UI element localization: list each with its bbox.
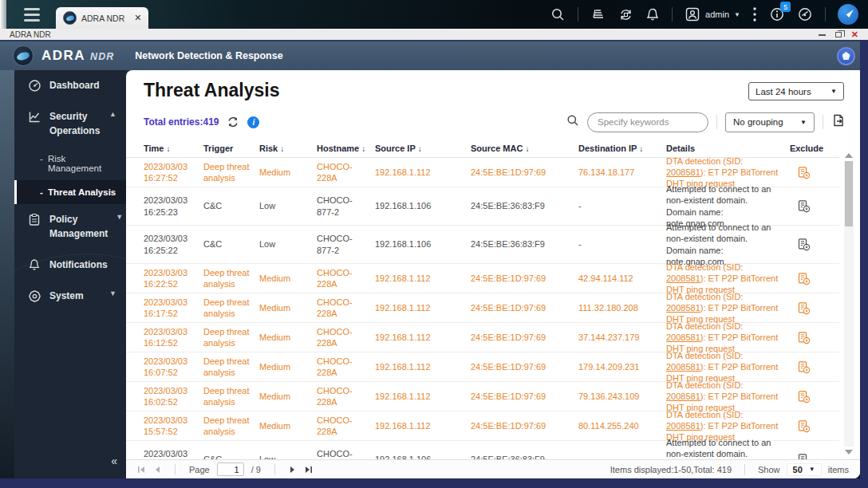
search-icon[interactable] — [550, 7, 566, 22]
notifications-bell-icon[interactable] — [645, 7, 660, 22]
user-menu[interactable]: admin ▼ — [685, 6, 740, 22]
tab-label: ADRA NDR — [81, 14, 124, 23]
export-icon[interactable] — [831, 113, 846, 131]
column-header-hostname[interactable]: Hostname↓ — [317, 144, 375, 153]
table-row[interactable]: 2023/03/0316:22:52 Deep threat analysis … — [126, 264, 839, 293]
page-input[interactable] — [217, 462, 244, 476]
table-row[interactable]: 2023/03/0316:02:52 Deep threat analysis … — [126, 382, 839, 411]
cell-time: 2023/03/0315:55:22 — [144, 448, 203, 459]
page-size-select[interactable]: 50 ▼ — [787, 463, 822, 476]
exclude-button[interactable] — [786, 453, 827, 459]
column-header-source-mac[interactable]: Source MAC↓ — [471, 144, 578, 153]
sync-status-icon[interactable] — [618, 7, 633, 22]
minimize-button[interactable] — [819, 34, 826, 36]
notification-count-badge: 5 — [780, 2, 791, 12]
scroll-up-icon[interactable] — [845, 153, 853, 158]
info-circle-icon[interactable]: i — [247, 116, 259, 128]
exclude-button[interactable] — [786, 390, 827, 403]
kebab-menu-icon[interactable] — [752, 6, 757, 22]
exclude-button[interactable] — [786, 166, 827, 179]
qnap-launcher-icon[interactable] — [838, 4, 858, 25]
scrollbar-track[interactable] — [844, 161, 854, 447]
last-page-icon[interactable] — [303, 466, 313, 474]
sidebar-item-threat-analysis[interactable]: Threat Analysis — [14, 180, 126, 204]
security-chart-icon — [27, 110, 41, 124]
sid-link[interactable]: 2008581 — [666, 167, 700, 177]
table-row[interactable]: 2023/03/0316:07:52 Deep threat analysis … — [126, 352, 839, 382]
sid-link[interactable]: 2008581 — [666, 421, 700, 431]
sidebar-item-security-operations[interactable]: Security Operations ▲ — [14, 101, 126, 147]
table-row[interactable]: 2023/03/0315:55:22 C&C Low CHOCO-877-2 1… — [126, 441, 839, 459]
exclude-button[interactable] — [786, 331, 827, 344]
table-row[interactable]: 2023/03/0316:17:52 Deep threat analysis … — [126, 293, 839, 323]
sidebar-item-label: System — [49, 289, 84, 303]
table-header-row: Time↓TriggerRisk↓Hostname↓Source IP↓Sour… — [126, 139, 839, 158]
main-menu-icon[interactable] — [24, 8, 40, 22]
scroll-down-icon[interactable] — [845, 450, 853, 455]
toolbar: Total entries:419 i ▼ No grouping ▼ — [144, 112, 846, 132]
cell-trigger: Deep threat analysis — [203, 161, 259, 184]
sid-link[interactable]: 2008581 — [666, 333, 700, 342]
cell-source-mac: 24:5E:BE:1D:97:69 — [471, 332, 578, 343]
column-header-source-ip[interactable]: Source IP↓ — [375, 144, 471, 153]
sid-link[interactable]: 2008581 — [666, 392, 700, 401]
cell-risk: Low — [259, 238, 317, 250]
keyword-search-field[interactable]: ▼ — [587, 112, 708, 132]
sidebar-item-risk-management[interactable]: Risk Management — [14, 147, 126, 180]
next-page-icon[interactable] — [289, 466, 296, 474]
exclude-button[interactable] — [786, 199, 827, 213]
exclude-button[interactable] — [786, 360, 827, 374]
exclude-button[interactable] — [786, 419, 827, 433]
column-header-details: Details — [666, 144, 786, 153]
sidebar-item-system[interactable]: System ▼ — [14, 281, 126, 312]
exclude-button[interactable] — [786, 301, 827, 315]
cell-hostname: CHOCO-228A — [317, 326, 375, 349]
search-input[interactable] — [588, 117, 708, 127]
main-content: Threat Analysis Last 24 hours ▼ Total en… — [126, 70, 860, 478]
items-label: items — [828, 465, 849, 474]
refresh-icon[interactable] — [227, 116, 239, 128]
sid-link[interactable]: 2008581 — [666, 274, 700, 283]
bell-icon — [27, 258, 41, 272]
app-tab-adra-ndr[interactable]: ADRA NDR ✕ — [56, 7, 148, 29]
cell-source-ip: 192.168.1.112 — [375, 391, 471, 402]
grouping-select[interactable]: No grouping ▼ — [725, 112, 815, 132]
system-info-icon[interactable]: 5 — [769, 6, 785, 22]
cell-time: 2023/03/0316:02:52 — [144, 385, 203, 408]
sidebar-collapse-button[interactable]: « — [111, 455, 116, 467]
table-row[interactable]: 2023/03/0316:25:23 C&C Low CHOCO-877-2 1… — [126, 187, 839, 226]
header-avatar-icon[interactable] — [837, 47, 855, 65]
scrollbar-thumb[interactable] — [845, 161, 853, 226]
table-body: 2023/03/0316:27:52 Deep threat analysis … — [126, 158, 839, 459]
table-row[interactable]: 2023/03/0316:25:22 C&C Low CHOCO-877-2 1… — [126, 226, 839, 264]
column-header-risk[interactable]: Risk↓ — [259, 144, 317, 153]
sidebar-item-policy-management[interactable]: Policy Management ▼ — [14, 204, 126, 250]
exclude-button[interactable] — [786, 238, 827, 251]
time-range-select[interactable]: Last 24 hours ▼ — [748, 82, 844, 100]
desktop-edge — [0, 0, 6, 29]
cell-time: 2023/03/0316:25:23 — [144, 195, 203, 218]
table-row[interactable]: 2023/03/0316:12:52 Deep threat analysis … — [126, 323, 839, 352]
maximize-button[interactable] — [835, 32, 842, 37]
sidebar-item-dashboard[interactable]: Dashboard — [14, 70, 126, 101]
window-titlebar: ADRA NDR ✕ — [0, 29, 868, 40]
sidebar-item-notifications[interactable]: Notifications — [14, 250, 126, 281]
close-button[interactable]: ✕ — [851, 30, 858, 39]
cell-destination-ip: 111.32.180.208 — [578, 302, 666, 313]
table-search-icon[interactable] — [566, 114, 579, 130]
column-header-destination-ip[interactable]: Destination IP↓ — [578, 144, 666, 153]
sid-link[interactable]: 2008581 — [666, 362, 700, 372]
tab-close-icon[interactable]: ✕ — [134, 13, 141, 23]
total-entries-label: Total entries:419 — [144, 116, 219, 128]
prev-page-icon[interactable] — [154, 466, 161, 474]
table-scrollbar[interactable] — [844, 153, 854, 455]
exclude-button[interactable] — [786, 272, 827, 285]
sort-descending-icon: ↓ — [639, 144, 643, 153]
resource-monitor-icon[interactable] — [797, 6, 813, 22]
first-page-icon[interactable] — [137, 466, 147, 474]
background-tasks-icon[interactable] — [590, 7, 606, 22]
column-header-time[interactable]: Time↓ — [144, 144, 203, 153]
sid-link[interactable]: 2008581 — [666, 303, 700, 313]
cell-risk: Medium — [259, 391, 317, 402]
cell-risk: Medium — [259, 420, 317, 431]
